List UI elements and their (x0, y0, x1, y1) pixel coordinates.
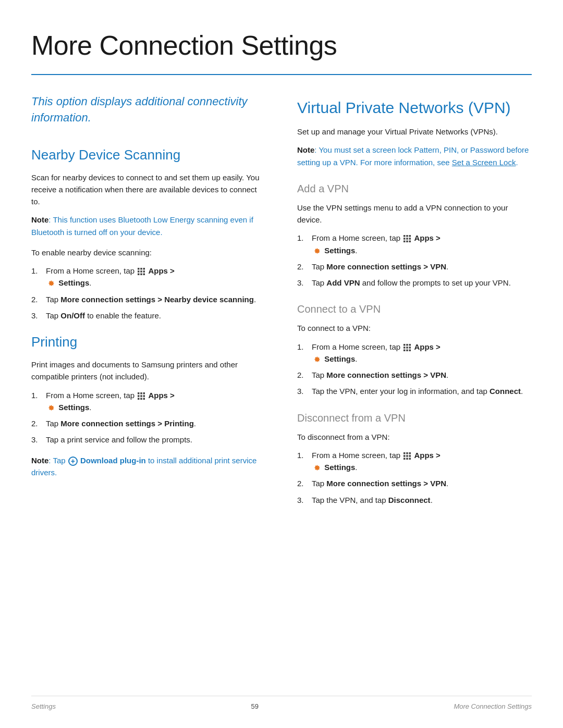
nearby-steps-list: 1. From a Home screen, tap Apps > (31, 265, 266, 322)
svg-rect-47 (406, 458, 408, 460)
nearby-device-scanning-desc: Scan for nearby devices to connect to an… (31, 171, 266, 208)
apps-icon (137, 267, 145, 276)
connect-vpn-step-3: 3. Tap the VPN, enter your log in inform… (297, 385, 532, 397)
right-column: Virtual Private Networks (VPN) Set up an… (297, 94, 532, 514)
printing-step-3: 3. Tap a print service and follow the pr… (31, 434, 266, 446)
nearby-step-1: 1. From a Home screen, tap Apps > (31, 265, 266, 289)
svg-rect-10 (138, 392, 140, 394)
svg-rect-32 (409, 344, 411, 346)
svg-rect-43 (403, 455, 406, 457)
svg-rect-20 (403, 235, 406, 237)
settings-icon-nearby-1 (46, 279, 56, 288)
settings-icon-disconnect-vpn (312, 463, 322, 473)
svg-rect-48 (409, 458, 411, 460)
svg-rect-42 (409, 452, 411, 454)
svg-rect-5 (143, 270, 145, 273)
disconnect-vpn-steps: 1. From a Home screen, tap Apps > (297, 449, 532, 506)
svg-rect-40 (403, 452, 406, 454)
title-divider (31, 74, 532, 75)
add-vpn-title: Add a VPN (297, 181, 532, 196)
vpn-title: Virtual Private Networks (VPN) (297, 96, 532, 119)
svg-rect-34 (406, 347, 408, 349)
settings-icon-connect-vpn (312, 355, 322, 364)
svg-rect-33 (403, 347, 406, 349)
svg-rect-27 (406, 241, 408, 243)
svg-rect-28 (409, 241, 411, 243)
svg-rect-25 (409, 238, 411, 240)
add-vpn-step-2: 2. Tap More connection settings > VPN. (297, 261, 532, 273)
svg-rect-17 (140, 398, 142, 400)
footer-left: Settings (31, 701, 56, 712)
settings-icon-printing-1 (46, 403, 56, 413)
disconnect-vpn-title: Disconnect from a VPN (297, 410, 532, 426)
add-vpn-step-3: 3. Tap Add VPN and follow the prompts to… (297, 277, 532, 289)
svg-rect-4 (140, 270, 142, 273)
svg-rect-12 (143, 392, 145, 394)
svg-rect-23 (403, 238, 406, 240)
svg-rect-8 (143, 274, 145, 276)
svg-rect-3 (138, 270, 140, 273)
plus-icon: + (68, 456, 78, 466)
svg-rect-46 (403, 458, 406, 460)
disconnect-vpn-step-1: 1. From a Home screen, tap Apps > (297, 449, 532, 474)
svg-rect-22 (409, 235, 411, 237)
page-footer: Settings 59 More Connection Settings (31, 696, 532, 712)
disconnect-vpn-step-2: 2. Tap More connection settings > VPN. (297, 477, 532, 489)
printing-note-label: Note (31, 456, 48, 465)
nearby-note: Note: This function uses Bluetooth Low E… (31, 214, 266, 238)
svg-rect-44 (406, 455, 408, 457)
disconnect-vpn-step-3: 3. Tap the VPN, and tap Disconnect. (297, 494, 532, 506)
svg-rect-16 (138, 398, 140, 400)
apps-icon-add-vpn (403, 235, 411, 243)
vpn-desc: Set up and manage your Virtual Private N… (297, 126, 532, 138)
printing-step-2: 2. Tap More connection settings > Printi… (31, 417, 266, 429)
nearby-device-scanning-section: Nearby Device Scanning Scan for nearby d… (31, 145, 266, 322)
svg-rect-45 (409, 455, 411, 457)
apps-icon-disconnect-vpn (403, 452, 411, 460)
nearby-device-scanning-title: Nearby Device Scanning (31, 145, 266, 165)
page-title: More Connection Settings (31, 25, 532, 66)
svg-rect-1 (140, 268, 142, 270)
svg-rect-24 (406, 238, 408, 240)
svg-rect-36 (403, 349, 406, 351)
nearby-step-2: 2. Tap More connection settings > Nearby… (31, 293, 266, 305)
svg-rect-11 (140, 392, 142, 394)
apps-icon-connect-vpn (403, 343, 411, 352)
disconnect-vpn-desc: To disconnect from a VPN: (297, 431, 532, 443)
svg-rect-14 (140, 395, 142, 397)
svg-rect-38 (409, 349, 411, 351)
intro-text: This option displays additional connecti… (31, 94, 266, 126)
svg-rect-37 (406, 349, 408, 351)
nearby-step-3: 3. Tap On/Off to enable the feature. (31, 310, 266, 322)
add-vpn-steps: 1. From a Home screen, tap Apps > (297, 232, 532, 289)
svg-rect-21 (406, 235, 408, 237)
svg-rect-35 (409, 347, 411, 349)
printing-note: Note: Tap + Download plug-in to install … (31, 454, 266, 479)
settings-icon-add-vpn (312, 246, 322, 256)
connect-vpn-desc: To connect to a VPN: (297, 322, 532, 334)
svg-rect-0 (138, 268, 140, 270)
svg-rect-26 (403, 241, 406, 243)
connect-vpn-step-1: 1. From a Home screen, tap Apps > (297, 341, 532, 365)
page-container: More Connection Settings This option dis… (0, 0, 563, 556)
svg-rect-41 (406, 452, 408, 454)
svg-rect-18 (143, 398, 145, 400)
add-vpn-step-1: 1. From a Home screen, tap Apps > (297, 232, 532, 256)
left-column: This option displays additional connecti… (31, 94, 266, 514)
svg-rect-30 (403, 344, 406, 346)
svg-rect-13 (138, 395, 140, 397)
svg-rect-7 (140, 274, 142, 276)
add-vpn-desc: Use the VPN settings menu to add a VPN c… (297, 202, 532, 226)
vpn-note-label: Note (297, 145, 314, 154)
vpn-note: Note: You must set a screen lock Pattern… (297, 144, 532, 168)
footer-right: More Connection Settings (454, 701, 532, 712)
printing-title: Printing (31, 332, 266, 352)
svg-rect-15 (143, 395, 145, 397)
connect-vpn-step-2: 2. Tap More connection settings > VPN. (297, 369, 532, 381)
svg-rect-6 (138, 274, 140, 276)
main-content: This option displays additional connecti… (31, 94, 532, 514)
footer-page-number: 59 (251, 701, 258, 712)
apps-icon-printing-1 (137, 392, 145, 400)
nearby-note-label: Note (31, 215, 48, 224)
printing-steps-list: 1. From a Home screen, tap Apps > (31, 389, 266, 446)
